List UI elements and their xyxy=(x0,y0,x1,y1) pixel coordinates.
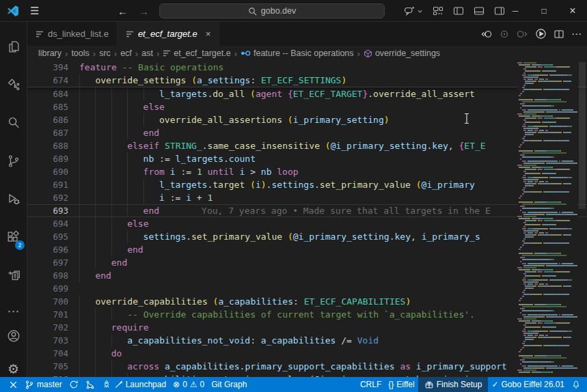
breadcrumb-item[interactable]: feature -- Basic operations xyxy=(241,48,354,58)
code-line-691[interactable]: 691l_targets.target (i).settings.set_pri… xyxy=(27,178,587,191)
line-number[interactable]: 685 xyxy=(27,100,68,113)
code-editor[interactable]: 394feature -- Basic operations674overrid… xyxy=(27,61,587,377)
scrollbar-thumb[interactable] xyxy=(579,62,586,209)
remote-indicator[interactable] xyxy=(5,377,21,392)
search-view-icon[interactable] xyxy=(0,109,27,137)
run-debug-icon[interactable] xyxy=(0,186,27,213)
tab-close-icon[interactable]: × xyxy=(206,29,211,39)
line-number[interactable]: 700 xyxy=(27,295,68,308)
git-graph-view-button[interactable] xyxy=(82,377,98,392)
line-number[interactable]: 684 xyxy=(27,87,68,100)
nav-back-circle-icon[interactable] xyxy=(480,29,492,40)
additional-views-icon[interactable]: ⋯ xyxy=(0,298,27,325)
eol-indicator[interactable]: CRLF xyxy=(357,377,385,392)
breadcrumb-item[interactable]: ast xyxy=(141,48,153,58)
line-number[interactable]: 394 xyxy=(27,61,68,74)
finish-setup-item[interactable]: Finish Setup xyxy=(418,377,489,392)
line-number[interactable]: 703 xyxy=(27,334,68,347)
code-line-689[interactable]: 689nb := l_targets.count xyxy=(27,152,587,165)
code-line-674[interactable]: 674override_settings (a_settings: ET_ECF… xyxy=(27,74,587,87)
line-number[interactable]: 688 xyxy=(27,139,68,152)
line-number[interactable]: 697 xyxy=(27,256,68,269)
line-number[interactable]: 702 xyxy=(27,321,68,334)
nav-forward-circle-icon[interactable] xyxy=(517,29,528,40)
line-number[interactable]: 696 xyxy=(27,243,68,256)
code-line-699[interactable]: 699 xyxy=(27,282,587,295)
explorer-icon[interactable] xyxy=(0,33,27,60)
line-number[interactable]: 704 xyxy=(27,347,68,360)
code-line-694[interactable]: 694else xyxy=(27,217,587,230)
code-line-700[interactable]: 700override_capabilities (a_capabilities… xyxy=(27,295,587,308)
line-number[interactable]: 694 xyxy=(27,217,68,230)
editor-scrollbar[interactable] xyxy=(577,61,587,377)
command-center-search[interactable]: gobo.dev xyxy=(159,3,385,18)
customize-layout-icon[interactable] xyxy=(433,5,443,16)
more-actions-icon[interactable]: ⋯ xyxy=(571,28,582,40)
breadcrumb-item[interactable]: tools xyxy=(71,48,89,58)
git-branch-item[interactable]: master xyxy=(21,377,66,392)
toggle-panel-icon[interactable] xyxy=(474,5,484,16)
account-icon[interactable] xyxy=(0,322,27,350)
copilot-button[interactable] xyxy=(404,5,423,16)
code-line-695[interactable]: 695settings.set_primary_value (@i_primar… xyxy=(27,230,587,243)
code-line-696[interactable]: 696end xyxy=(27,243,587,256)
code-line-688[interactable]: 688elseif STRING_.same_case_insensitive … xyxy=(27,139,587,152)
tab-et_ecf_target-e[interactable]: et_ecf_target.e× xyxy=(118,22,219,46)
sync-button[interactable] xyxy=(66,377,82,392)
breadcrumb-item[interactable]: library xyxy=(38,48,62,58)
code-line-701[interactable]: 701-- Override capabilities of current t… xyxy=(27,308,587,321)
line-number[interactable]: 686 xyxy=(27,113,68,126)
line-number[interactable]: 691 xyxy=(27,178,68,191)
line-number[interactable]: 695 xyxy=(27,230,68,243)
tab-ds_linked_list-e[interactable]: ds_linked_list.e xyxy=(27,22,118,46)
code-line-692[interactable]: 692i := i + 1 xyxy=(27,191,587,204)
close-button[interactable]: × xyxy=(558,0,587,22)
code-line-697[interactable]: 697end xyxy=(27,256,587,269)
language-mode[interactable]: {} Eiffel xyxy=(385,377,418,392)
line-number[interactable]: 690 xyxy=(27,165,68,178)
code-line-685[interactable]: 685else xyxy=(27,100,587,113)
nav-circle-icon[interactable] xyxy=(499,29,510,40)
toggle-sidebar-icon[interactable] xyxy=(453,5,464,16)
notifications-bell[interactable] xyxy=(568,377,584,392)
split-editor-icon[interactable] xyxy=(554,29,564,40)
problems-item[interactable]: ⊗ 0 ⚠ 0 xyxy=(169,377,208,392)
extensions-icon[interactable]: 2 xyxy=(0,224,27,251)
code-line-705[interactable]: 705across a_capabilities.primary_support… xyxy=(27,360,587,373)
code-line-686[interactable]: 686override_all_assertions (i_primary_se… xyxy=(27,113,587,126)
line-number[interactable]: 698 xyxy=(27,269,68,282)
source-control-icon[interactable] xyxy=(0,148,27,175)
code-line-703[interactable]: 703a_capabilities_not_void: a_capabiliti… xyxy=(27,334,587,347)
menu-icon[interactable]: ☰ xyxy=(30,0,39,22)
docs-extension-icon[interactable] xyxy=(0,262,27,290)
run-icon[interactable] xyxy=(535,28,547,40)
line-number[interactable]: 705 xyxy=(27,360,68,373)
code-line-684[interactable]: 684l_targets.do_all (agent {ET_ECF_TARGE… xyxy=(27,87,587,100)
line-number[interactable]: 689 xyxy=(27,152,68,165)
code-line-690[interactable]: 690from i := 1 until i > nb loop xyxy=(27,165,587,178)
code-line-698[interactable]: 698end xyxy=(27,269,587,282)
breadcrumb-item[interactable]: override_settings xyxy=(364,48,440,58)
breadcrumb-item[interactable]: src xyxy=(99,48,111,58)
maximize-button[interactable]: □ xyxy=(530,0,558,22)
breadcrumb-item[interactable]: ecf xyxy=(120,48,132,58)
code-line-702[interactable]: 702require xyxy=(27,321,587,334)
nav-forward-arrow[interactable]: → xyxy=(139,5,149,17)
code-line-704[interactable]: 704do xyxy=(27,347,587,360)
line-number[interactable]: 692 xyxy=(27,191,68,204)
line-number[interactable]: 701 xyxy=(27,308,68,321)
line-number[interactable]: 687 xyxy=(27,126,68,139)
code-line-693[interactable]: 693endYou, 7 years ago • Made sure that … xyxy=(27,204,587,217)
graph-edit-extension-icon[interactable] xyxy=(0,71,27,98)
line-number[interactable]: 674 xyxy=(27,74,68,87)
line-number[interactable]: 699 xyxy=(27,282,68,295)
minimap[interactable] xyxy=(517,61,577,377)
sticky-scroll[interactable]: 394feature -- Basic operations674overrid… xyxy=(27,61,587,87)
environment-item[interactable]: ✓ Gobo Eiffel 26.01 xyxy=(488,377,568,392)
code-line-394[interactable]: 394feature -- Basic operations xyxy=(27,61,587,74)
launchpad-item[interactable]: Launchpad xyxy=(98,377,169,392)
code-line-687[interactable]: 687end xyxy=(27,126,587,139)
line-number[interactable]: 693 xyxy=(27,205,68,216)
git-graph-button[interactable]: Git Graph xyxy=(208,377,250,392)
breadcrumb-item[interactable]: et_ecf_target.e xyxy=(163,48,230,58)
